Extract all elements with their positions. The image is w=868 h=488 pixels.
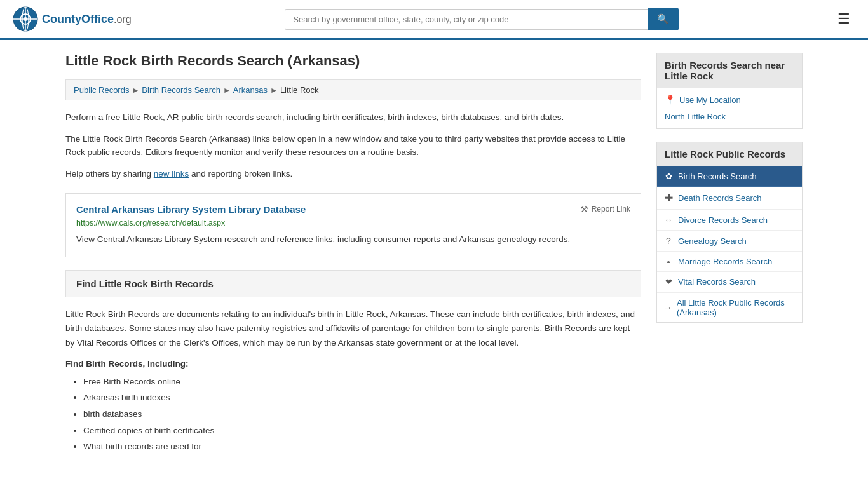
nearby-north-little-rock[interactable]: North Little Rock [665, 111, 794, 122]
sidebar-records-list: ✿ Birth Records Search ✚ Death Records S… [656, 166, 803, 323]
find-desc: Little Rock Birth Records are documents … [65, 308, 641, 350]
birth-records-label: Birth Records Search [678, 172, 757, 181]
breadcrumb-birth-records[interactable]: Birth Records Search [142, 85, 220, 95]
new-links-link[interactable]: new links [154, 169, 189, 179]
death-records-icon: ✚ [663, 192, 674, 204]
list-item: birth databases [83, 406, 641, 423]
logo-icon [13, 6, 38, 32]
sidebar-nearby-title: Birth Records Search near Little Rock [656, 53, 803, 88]
page-title: Little Rock Birth Records Search (Arkans… [65, 53, 641, 69]
sidebar-item-all-records[interactable]: → All Little Rock Public Records (Arkans… [657, 292, 802, 322]
sidebar-public-records-title: Little Rock Public Records [656, 142, 803, 166]
genealogy-link[interactable]: Genealogy Search [678, 236, 747, 246]
vital-records-icon: ❤ [663, 277, 674, 287]
list-item: Certified copies of birth certificates [83, 423, 641, 439]
all-records-link[interactable]: All Little Rock Public Records (Arkansas… [677, 298, 796, 317]
content-area: Little Rock Birth Records Search (Arkans… [65, 53, 641, 455]
sidebar-item-genealogy[interactable]: ? Genealogy Search [657, 231, 802, 252]
secondary-text: The Little Rock Birth Records Search (Ar… [65, 132, 641, 159]
hamburger-icon: ☰ [837, 11, 850, 27]
sidebar-item-death-records[interactable]: ✚ Death Records Search [657, 187, 802, 210]
record-card: Central Arkansas Library System Library … [65, 193, 641, 257]
record-title-link[interactable]: Central Arkansas Library System Library … [76, 204, 306, 215]
svg-point-5 [24, 17, 27, 21]
use-location-link[interactable]: Use My Location [679, 95, 741, 105]
search-button[interactable]: 🔍 [648, 8, 679, 30]
logo-text: CountyOffice.org [42, 13, 132, 26]
sidebar-nearby-content: 📍 Use My Location North Little Rock [656, 88, 803, 129]
list-item: Free Birth Records online [83, 374, 641, 390]
find-list-title: Find Birth Records, including: [65, 359, 641, 369]
report-label: Report Link [592, 205, 630, 214]
find-list: Free Birth Records onlineArkansas birth … [65, 374, 641, 455]
sidebar: Birth Records Search near Little Rock 📍 … [656, 53, 803, 455]
record-description: View Central Arkansas Library System res… [76, 233, 630, 247]
hamburger-button[interactable]: ☰ [832, 8, 855, 30]
breadcrumb-arkansas[interactable]: Arkansas [233, 85, 268, 95]
vital-records-link[interactable]: Vital Records Search [678, 277, 756, 287]
sidebar-item-divorce-records[interactable]: ↔ Divorce Records Search [657, 210, 802, 231]
search-input[interactable] [285, 9, 648, 30]
sidebar-public-records: Little Rock Public Records ✿ Birth Recor… [656, 142, 803, 323]
location-pin-icon: 📍 [665, 95, 675, 105]
report-icon: ⚒ [580, 204, 588, 214]
record-url[interactable]: https://www.cals.org/research/default.as… [76, 219, 630, 227]
search-area: 🔍 [285, 8, 679, 30]
intro-text: Perform a free Little Rock, AR public bi… [65, 111, 641, 125]
breadcrumb-sep-2: ► [223, 86, 231, 95]
marriage-records-icon: ⚭ [663, 257, 674, 266]
use-location-row: 📍 Use My Location [665, 95, 794, 105]
help-text: Help others by sharing new links and rep… [65, 167, 641, 181]
list-item: What birth records are used for [83, 438, 641, 455]
sidebar-item-marriage-records[interactable]: ⚭ Marriage Records Search [657, 252, 802, 272]
sidebar-nearby: Birth Records Search near Little Rock 📍 … [656, 53, 803, 129]
main-container: Little Rock Birth Records Search (Arkans… [53, 40, 815, 468]
report-link-button[interactable]: ⚒ Report Link [580, 204, 630, 214]
header: CountyOffice.org 🔍 ☰ [0, 0, 868, 40]
divorce-records-icon: ↔ [663, 215, 674, 225]
death-records-link[interactable]: Death Records Search [678, 193, 762, 203]
search-icon: 🔍 [657, 13, 669, 24]
logo-area: CountyOffice.org [13, 6, 132, 32]
sidebar-item-vital-records[interactable]: ❤ Vital Records Search [657, 272, 802, 292]
divorce-records-link[interactable]: Divorce Records Search [678, 215, 768, 225]
find-section-title: Find Little Rock Birth Records [76, 278, 630, 289]
list-item: Arkansas birth indexes [83, 390, 641, 406]
breadcrumb-current: Little Rock [280, 85, 319, 95]
breadcrumb-sep-3: ► [270, 86, 278, 95]
record-card-header: Central Arkansas Library System Library … [76, 204, 630, 215]
find-section: Find Little Rock Birth Records [65, 270, 641, 297]
sidebar-item-birth-records[interactable]: ✿ Birth Records Search [657, 166, 802, 187]
arrow-right-icon: → [663, 302, 672, 313]
breadcrumb: Public Records ► Birth Records Search ► … [65, 79, 641, 100]
nearby-links-list: North Little Rock [665, 111, 794, 122]
marriage-records-link[interactable]: Marriage Records Search [678, 257, 772, 266]
breadcrumb-public-records[interactable]: Public Records [74, 85, 129, 95]
genealogy-icon: ? [663, 236, 674, 246]
birth-records-icon: ✿ [663, 172, 674, 181]
breadcrumb-sep-1: ► [132, 86, 139, 95]
